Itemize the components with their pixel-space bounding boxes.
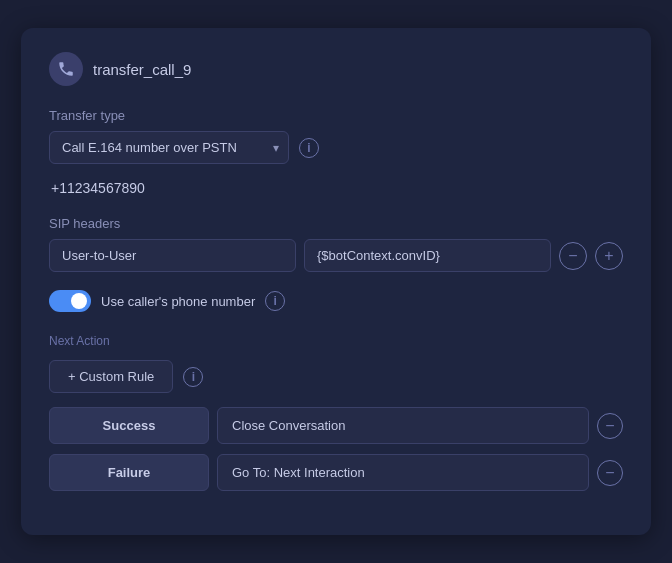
caller-phone-toggle[interactable]	[49, 290, 91, 312]
failure-value: Go To: Next Interaction	[217, 454, 589, 491]
transfer-type-select-wrap: Call E.164 number over PSTN SIP URI Dire…	[49, 131, 289, 164]
next-action-label: Next Action	[49, 334, 623, 348]
success-remove-button[interactable]: −	[597, 413, 623, 439]
toggle-thumb	[71, 293, 87, 309]
failure-remove-button[interactable]: −	[597, 460, 623, 486]
transfer-call-card: transfer_call_9 Transfer type Call E.164…	[21, 28, 651, 535]
failure-label: Failure	[49, 454, 209, 491]
caller-phone-label: Use caller's phone number	[101, 294, 255, 309]
sip-remove-button[interactable]: −	[559, 242, 587, 270]
custom-rule-row: + Custom Rule i	[49, 360, 623, 393]
phone-number: +11234567890	[49, 180, 623, 196]
custom-rule-info-icon[interactable]: i	[183, 367, 203, 387]
transfer-type-row: Call E.164 number over PSTN SIP URI Dire…	[49, 131, 623, 164]
phone-icon	[49, 52, 83, 86]
sip-value-input[interactable]	[304, 239, 551, 272]
failure-action-row: Failure Go To: Next Interaction −	[49, 454, 623, 491]
next-action-section: Next Action + Custom Rule i Success Clos…	[49, 334, 623, 491]
sip-headers-label: SIP headers	[49, 216, 623, 231]
transfer-type-info-icon[interactable]: i	[299, 138, 319, 158]
success-action-row: Success Close Conversation −	[49, 407, 623, 444]
sip-headers-section: SIP headers − +	[49, 216, 623, 272]
success-label: Success	[49, 407, 209, 444]
caller-phone-toggle-row: Use caller's phone number i	[49, 290, 623, 312]
card-header: transfer_call_9	[49, 52, 623, 86]
sip-headers-row: − +	[49, 239, 623, 272]
sip-add-button[interactable]: +	[595, 242, 623, 270]
card-title: transfer_call_9	[93, 61, 191, 78]
custom-rule-button[interactable]: + Custom Rule	[49, 360, 173, 393]
toggle-info-icon[interactable]: i	[265, 291, 285, 311]
success-value: Close Conversation	[217, 407, 589, 444]
transfer-type-label: Transfer type	[49, 108, 623, 123]
sip-key-input[interactable]	[49, 239, 296, 272]
transfer-type-select[interactable]: Call E.164 number over PSTN SIP URI Dire…	[49, 131, 289, 164]
